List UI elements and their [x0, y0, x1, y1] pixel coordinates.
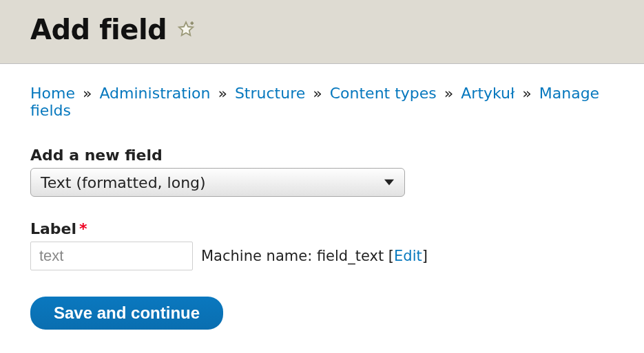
- breadcrumb-link-administration[interactable]: Administration: [99, 85, 210, 102]
- breadcrumb-separator: »: [218, 85, 227, 102]
- label-row: Machine name: field_text [Edit]: [30, 242, 614, 270]
- required-marker: *: [79, 220, 87, 237]
- breadcrumb-separator: »: [522, 85, 531, 102]
- label-text: Label: [30, 220, 76, 237]
- machine-name-bracket-open: [: [388, 248, 394, 264]
- label-field-label: Label*: [30, 220, 614, 237]
- field-type-label: Add a new field: [30, 147, 614, 164]
- breadcrumb-link-content-types[interactable]: Content types: [330, 85, 437, 102]
- machine-name-bracket-close: ]: [422, 248, 428, 264]
- breadcrumb-separator: »: [83, 85, 92, 102]
- save-and-continue-button[interactable]: Save and continue: [30, 297, 223, 330]
- machine-name-value: field_text: [317, 248, 384, 264]
- breadcrumb: Home » Administration » Structure » Cont…: [30, 85, 614, 119]
- content-region: Home » Administration » Structure » Cont…: [0, 64, 644, 350]
- breadcrumb-separator: »: [444, 85, 453, 102]
- page-header: Add field: [0, 0, 644, 64]
- breadcrumb-link-structure[interactable]: Structure: [235, 85, 305, 102]
- breadcrumb-separator: »: [313, 85, 322, 102]
- machine-name-display: Machine name: field_text [Edit]: [201, 248, 428, 264]
- field-type-select[interactable]: Text (formatted, long): [30, 168, 405, 197]
- breadcrumb-link-artykul[interactable]: Artykuł: [461, 85, 515, 102]
- machine-name-prefix: Machine name:: [201, 248, 317, 264]
- page-title: Add field: [30, 14, 167, 45]
- label-input[interactable]: [30, 242, 193, 270]
- field-type-select-value[interactable]: Text (formatted, long): [30, 168, 405, 197]
- breadcrumb-link-home[interactable]: Home: [30, 85, 75, 102]
- favorite-star-icon[interactable]: [176, 20, 196, 39]
- machine-name-edit-link[interactable]: Edit: [394, 248, 422, 264]
